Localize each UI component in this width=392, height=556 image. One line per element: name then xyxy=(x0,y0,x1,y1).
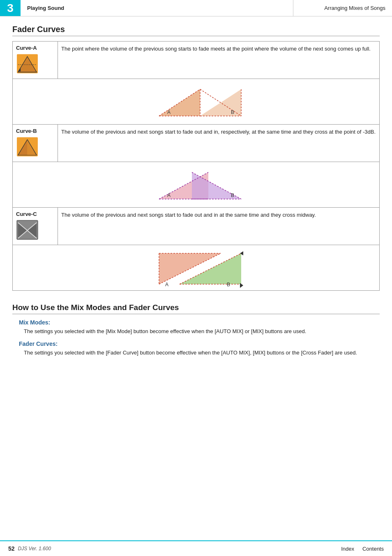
mix-modes-heading: Mix Modes: xyxy=(19,319,380,326)
fader-curves-table: Curve-A The point where the volume of th… xyxy=(12,41,380,291)
curve-c-label: Curve-C xyxy=(16,211,54,217)
main-content: Fader Curves Curve-A The point whe xyxy=(0,16,392,370)
fader-curves-heading: Fader Curves: xyxy=(19,341,380,347)
brand-text: DJS Ver. 1.600 xyxy=(18,546,341,551)
curve-a-label: Curve-A xyxy=(16,45,54,51)
svg-text:A: A xyxy=(167,192,171,198)
svg-text:B: B xyxy=(231,109,234,115)
curve-a-diagram: A B xyxy=(155,83,237,120)
fader-curves-text: The settings you selected with the [Fade… xyxy=(24,349,380,357)
curve-a-label-cell: Curve-A xyxy=(13,42,58,79)
curve-b-description: The volume of the previous and next song… xyxy=(61,128,376,136)
curve-a-description: The point where the volume of the previo… xyxy=(61,45,376,53)
chapter-number: 3 xyxy=(0,0,21,16)
curve-c-diagram-cell: A B xyxy=(13,245,380,291)
curve-a-diagram-row: A B xyxy=(13,79,380,125)
section-title: Arranging Mixes of Songs xyxy=(293,0,392,16)
curve-b-desc-cell: The volume of the previous and next song… xyxy=(58,125,380,162)
how-to-use-title: How to Use the Mix Modes and Fader Curve… xyxy=(12,303,380,314)
page-header: 3 Playing Sound Arranging Mixes of Songs xyxy=(0,0,392,16)
table-row: Curve-A The point where the volume of th… xyxy=(13,42,380,79)
footer-links: Index Contents xyxy=(341,546,384,552)
curve-c-icon xyxy=(16,220,39,240)
fader-curves-title: Fader Curves xyxy=(12,25,380,36)
svg-marker-43 xyxy=(240,283,243,288)
curve-c-diagram-row: A B xyxy=(13,245,380,291)
table-row: Curve-C The volume of the previous and n… xyxy=(13,208,380,245)
curve-b-diagram-cell: A B xyxy=(13,162,380,208)
index-link[interactable]: Index xyxy=(341,546,354,552)
curve-a-diagram-cell: A B xyxy=(13,79,380,125)
mix-modes-text: The settings you selected with the [Mix … xyxy=(24,327,380,336)
page-footer: 52 DJS Ver. 1.600 Index Contents xyxy=(0,540,392,556)
curve-b-diagram-row: A B xyxy=(13,162,380,208)
svg-text:B: B xyxy=(231,192,234,198)
curve-b-diagram: A B xyxy=(155,166,237,203)
svg-text:A: A xyxy=(165,282,168,287)
page-number: 52 xyxy=(8,545,15,552)
svg-text:A: A xyxy=(167,109,171,115)
curve-b-label-cell: Curve-B xyxy=(13,125,58,162)
curve-c-description: The volume of the previous and next song… xyxy=(61,211,376,219)
curve-c-diagram: A B xyxy=(155,249,237,286)
table-row: Curve-B The volume of the previous and n… xyxy=(13,125,380,162)
svg-text:B: B xyxy=(227,282,230,287)
curve-a-icon xyxy=(16,53,39,74)
mix-modes-section: Mix Modes: The settings you selected wit… xyxy=(12,319,380,336)
curve-b-icon xyxy=(16,137,39,157)
curve-c-desc-cell: The volume of the previous and next song… xyxy=(58,208,380,245)
chapter-title: Playing Sound xyxy=(21,0,293,16)
fader-curves-section: Fader Curves: The settings you selected … xyxy=(12,341,380,357)
curve-c-label-cell: Curve-C xyxy=(13,208,58,245)
curve-b-label: Curve-B xyxy=(16,128,54,134)
contents-link[interactable]: Contents xyxy=(362,546,384,552)
curve-a-desc-cell: The point where the volume of the previo… xyxy=(58,42,380,79)
